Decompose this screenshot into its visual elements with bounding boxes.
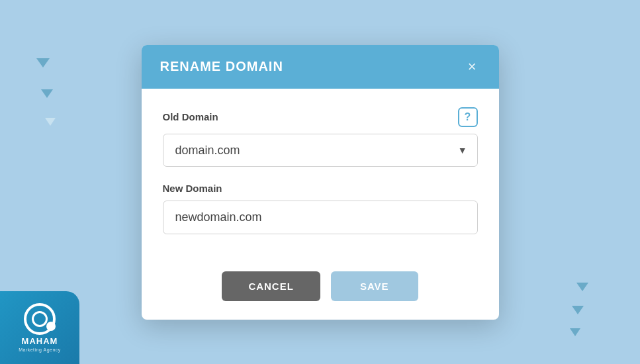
old-domain-group: Old Domain ? domain.com domain2.com ▼ — [163, 107, 478, 167]
bg-triangle-3 — [45, 118, 56, 126]
modal-footer: CANCEL SAVE — [142, 266, 499, 320]
close-button[interactable]: × — [464, 58, 480, 75]
bg-triangle-4 — [576, 283, 588, 291]
old-domain-label: Old Domain — [163, 111, 218, 122]
bg-triangle-1 — [36, 58, 50, 68]
save-button[interactable]: SAVE — [331, 271, 418, 301]
new-domain-group: New Domain — [163, 183, 478, 234]
bg-triangle-5 — [572, 306, 584, 314]
logo-icon — [24, 303, 56, 335]
logo-inner-ring — [32, 311, 48, 327]
logo-subtext: Marketing Agency — [19, 347, 61, 352]
old-domain-header: Old Domain ? — [163, 107, 478, 127]
old-domain-dropdown-wrapper: domain.com domain2.com ▼ — [163, 134, 478, 167]
new-domain-input[interactable] — [163, 201, 478, 234]
cancel-button[interactable]: CANCEL — [222, 271, 320, 301]
modal-body: Old Domain ? domain.com domain2.com ▼ Ne… — [142, 89, 499, 266]
modal-title: RENAME DOMAIN — [160, 59, 283, 74]
rename-domain-modal: RENAME DOMAIN × Old Domain ? domain.com … — [142, 45, 499, 320]
modal-header: RENAME DOMAIN × — [142, 45, 499, 89]
bg-triangle-2 — [41, 89, 53, 98]
bg-triangle-6 — [570, 328, 580, 336]
old-domain-select[interactable]: domain.com domain2.com — [163, 134, 478, 167]
help-button[interactable]: ? — [458, 107, 478, 127]
logo-badge: MAHAM Marketing Agency — [0, 291, 79, 364]
new-domain-label: New Domain — [163, 183, 222, 194]
new-domain-header: New Domain — [163, 183, 478, 194]
logo-name: MAHAM — [22, 336, 58, 346]
